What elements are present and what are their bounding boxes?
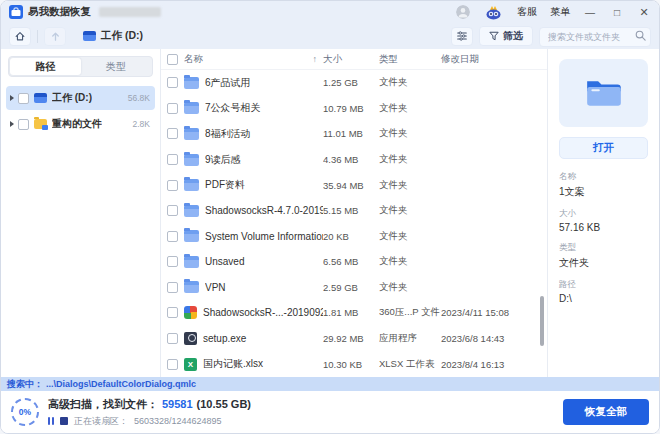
item-checkbox[interactable]: [18, 93, 29, 104]
preview-thumbnail: [559, 59, 648, 127]
toolbar: 工作 (D:) 筛选: [1, 23, 659, 49]
row-checkbox[interactable]: [167, 282, 178, 293]
file-name: setup.exe: [203, 333, 323, 344]
table-row[interactable]: setup.exe 29.92 MB 应用程序 2023/6/8 14:43: [161, 326, 547, 352]
file-size: 10.30 KB: [323, 359, 379, 370]
file-date: 2023/8/4 16:13: [441, 359, 541, 370]
main-area: 路径 类型 工作 (D:) 56.8K: [1, 49, 659, 377]
field-label: 类型: [559, 242, 648, 254]
row-checkbox[interactable]: [167, 333, 178, 344]
drive-icon: [83, 31, 96, 41]
vip-mascot-icon[interactable]: [483, 5, 504, 20]
row-checkbox[interactable]: [167, 128, 178, 139]
row-checkbox[interactable]: [167, 231, 178, 242]
app-window: 易我数据恢复 客服 菜单 — □ ✕: [0, 0, 660, 434]
file-type: 应用程序: [379, 332, 441, 345]
sidebar: 路径 类型 工作 (D:) 56.8K: [1, 49, 161, 377]
select-all-checkbox[interactable]: [167, 54, 178, 65]
table-row[interactable]: 9读后感 4.36 MB 文件夹: [161, 147, 547, 173]
table-row[interactable]: 7公众号相关 10.79 MB 文件夹: [161, 96, 547, 122]
column-name[interactable]: 名称 ↑: [184, 53, 323, 66]
pause-icon[interactable]: [48, 417, 54, 425]
table-row[interactable]: PDF资料 35.94 MB 文件夹: [161, 172, 547, 198]
preview-field: 大小 57.16 KB: [559, 208, 648, 233]
file-size: 11.01 MB: [323, 128, 379, 139]
sidebar-tab[interactable]: 类型: [81, 58, 152, 75]
stop-icon[interactable]: [60, 417, 68, 425]
file-name: ShadowsocksR-...-20190929.zip: [203, 307, 323, 318]
column-type[interactable]: 类型: [379, 53, 441, 66]
reading-sector-label: 正在读扇区：: [74, 415, 128, 428]
minimize-icon[interactable]: —: [583, 7, 597, 18]
file-icon: [184, 154, 199, 166]
preview-field: 路径 D:\: [559, 279, 648, 304]
menu-link[interactable]: 菜单: [550, 5, 570, 19]
recover-all-button[interactable]: 恢复全部: [563, 399, 649, 425]
expand-arrow-icon[interactable]: [10, 121, 14, 127]
file-name: 7公众号相关: [205, 101, 323, 115]
close-icon[interactable]: ✕: [637, 6, 651, 19]
file-size: 4.36 MB: [323, 154, 379, 165]
expand-arrow-icon[interactable]: [10, 95, 14, 101]
list-scrollbar[interactable]: [540, 296, 544, 346]
sidebar-tab[interactable]: 路径: [10, 58, 81, 75]
sidebar-tree-item[interactable]: 重构的文件 2.8K: [6, 112, 155, 136]
app-logo-icon: [9, 5, 23, 19]
row-checkbox[interactable]: [167, 77, 178, 88]
row-checkbox[interactable]: [167, 307, 178, 318]
file-type: 文件夹: [379, 281, 441, 294]
item-label: 重构的文件: [52, 117, 102, 131]
file-icon: [184, 205, 199, 217]
file-size: 6.56 MB: [323, 256, 379, 267]
table-row[interactable]: 6产品试用 1.25 GB 文件夹: [161, 70, 547, 96]
search-box: [539, 26, 651, 46]
file-size: 35.94 MB: [323, 180, 379, 191]
file-type: XLSX 工作表: [379, 358, 441, 371]
row-checkbox[interactable]: [167, 154, 178, 165]
table-row[interactable]: VPN 2.59 GB 文件夹: [161, 275, 547, 301]
sidebar-tree: 工作 (D:) 56.8K 重构的文件 2.8K: [6, 86, 155, 136]
table-row[interactable]: ShadowsocksR-4.7.0-20190929 5.15 MB 文件夹: [161, 198, 547, 224]
file-name: 9读后感: [205, 153, 323, 167]
user-avatar[interactable]: [456, 5, 470, 19]
file-list: 名称 ↑ 大小 类型 修改日期 6产品试用 1.25 GB 文件夹: [161, 49, 547, 377]
file-icon: [184, 256, 199, 268]
reading-sector-value: 5603328/1244624895: [134, 416, 222, 426]
field-label: 名称: [559, 171, 648, 183]
item-count: 56.8K: [128, 93, 150, 103]
maximize-icon[interactable]: □: [610, 7, 624, 18]
file-icon: [184, 230, 199, 242]
item-checkbox[interactable]: [18, 119, 29, 130]
file-size: 20 KB: [323, 231, 379, 242]
table-row[interactable]: Unsaved 6.56 MB 文件夹: [161, 249, 547, 275]
table-row[interactable]: 8福利活动 11.01 MB 文件夹: [161, 121, 547, 147]
table-row[interactable]: 国内记账.xlsx 10.30 KB XLSX 工作表 2023/8/4 16:…: [161, 351, 547, 377]
file-icon: [184, 332, 197, 345]
list-header: 名称 ↑ 大小 类型 修改日期: [161, 49, 547, 70]
sort-ascending-icon[interactable]: ↑: [313, 54, 318, 64]
table-row[interactable]: System Volume Information 20 KB 文件夹: [161, 223, 547, 249]
up-button[interactable]: [44, 27, 66, 46]
row-checkbox[interactable]: [167, 359, 178, 370]
home-button[interactable]: [9, 27, 31, 46]
home-icon: [14, 30, 26, 42]
sidebar-tree-item[interactable]: 工作 (D:) 56.8K: [6, 86, 155, 110]
found-count: 59581: [162, 398, 193, 410]
customer-service-link[interactable]: 客服: [517, 5, 537, 19]
arrow-up-icon: [50, 31, 61, 42]
row-checkbox[interactable]: [167, 205, 178, 216]
open-button[interactable]: 打开: [559, 137, 648, 159]
view-options-button[interactable]: [451, 27, 473, 46]
file-name: Unsaved: [205, 256, 323, 267]
row-checkbox[interactable]: [167, 256, 178, 267]
row-checkbox[interactable]: [167, 103, 178, 114]
file-icon: [184, 128, 199, 140]
column-size[interactable]: 大小: [323, 53, 379, 66]
table-row[interactable]: ShadowsocksR-...-20190929.zip 1.81 MB 36…: [161, 300, 547, 326]
search-icon[interactable]: [634, 29, 647, 42]
column-date[interactable]: 修改日期: [441, 53, 541, 66]
filter-button[interactable]: 筛选: [479, 26, 533, 46]
row-checkbox[interactable]: [167, 180, 178, 191]
sidebar-tab-bar: 路径 类型: [8, 56, 153, 77]
sidebar-tab-label: 类型: [106, 61, 126, 72]
